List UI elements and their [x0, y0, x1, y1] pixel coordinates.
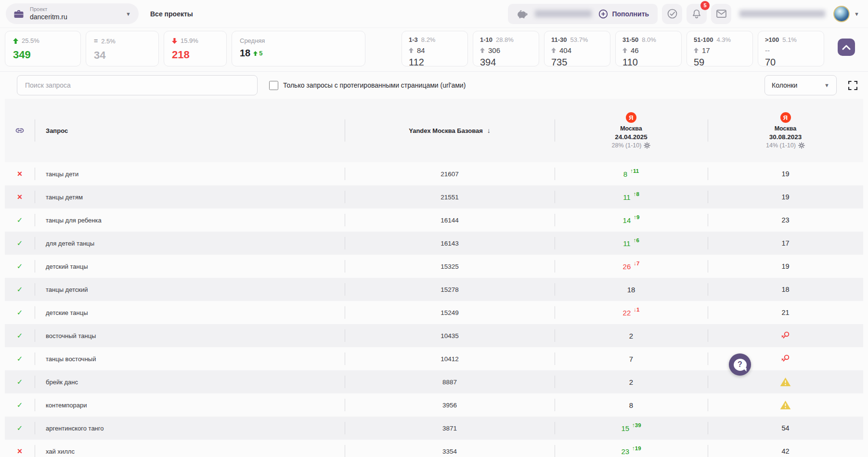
avatar[interactable]	[833, 6, 850, 22]
columns-dropdown[interactable]: Колонки ▼	[764, 75, 837, 95]
plus-circle-icon	[598, 9, 608, 19]
range-label: 1-3	[409, 36, 418, 43]
position-old-cell	[708, 393, 863, 417]
distribution-card[interactable]: >100 5.1% -- 70	[758, 31, 824, 66]
date-column-header-current[interactable]: Я Москва 24.04.2025 28% (1-10)	[555, 99, 708, 162]
distribution-card[interactable]: 1-3 8.2% 84 112	[402, 31, 468, 66]
range-delta: 404	[551, 46, 603, 54]
table-row[interactable]: × танцы дети 21607 8↑11 19	[5, 162, 863, 185]
position-old-cell: 42	[708, 440, 863, 457]
distribution-card[interactable]: 51-100 4.3% 17 59	[687, 31, 753, 66]
position-current-cell: 15↑39	[555, 417, 708, 440]
table-row[interactable]: ✓ для детей танцы 16143 11↑6 17	[5, 232, 863, 255]
summary-up-value: 349	[13, 49, 73, 61]
chevron-down-icon: ▼	[824, 82, 829, 88]
table-row[interactable]: × танцы детям 21551 11↑8 19	[5, 185, 863, 209]
position-old-cell: 19	[708, 162, 863, 185]
sort-desc-icon[interactable]: ↓	[487, 127, 491, 134]
frequency-cell: 3354	[345, 440, 555, 457]
tracked-check-icon: ✓	[5, 255, 35, 278]
query-cell: для детей танцы	[35, 232, 345, 255]
position-current-cell: 7	[555, 347, 708, 370]
all-projects-link[interactable]: Все проекты	[150, 10, 193, 18]
frequency-cell: 3871	[345, 417, 555, 440]
range-count: 110	[622, 57, 674, 68]
fullscreen-icon	[848, 81, 857, 90]
topup-button[interactable]: Пополнить	[598, 9, 649, 19]
summary-flat-value: 34	[94, 49, 151, 62]
check-circle-icon	[667, 8, 678, 19]
distribution-card[interactable]: 31-50 8.0% 46 110	[615, 31, 682, 66]
table-row[interactable]: ✓ танцы для ребенка 16144 14↑9 23	[5, 209, 863, 232]
position-current-cell: 22↓1	[555, 301, 708, 324]
query-column-header[interactable]: Запрос	[35, 99, 345, 162]
gear-icon[interactable]	[644, 142, 650, 149]
summary-card-up[interactable]: 25.5% 349	[5, 31, 81, 66]
frequency-cell: 16144	[345, 209, 555, 232]
delta-up-icon	[551, 48, 556, 53]
query-cell: хай хиллс	[35, 440, 345, 457]
balance-pill: Пополнить	[508, 4, 658, 24]
date-column-header-old[interactable]: Я Москва 30.08.2023 14% (1-10)	[708, 99, 863, 162]
scroll-top-button[interactable]	[838, 39, 855, 56]
frequency-cell: 10435	[345, 324, 555, 347]
summary-down-value: 218	[172, 49, 219, 61]
stats-cards: 25.5% 349 = 2.5% 34 15.9% 218 Средняя 18	[5, 31, 824, 66]
tagged-pages-checkbox[interactable]	[269, 81, 278, 90]
tasks-button[interactable]	[662, 4, 682, 24]
range-percent: 8.0%	[642, 36, 656, 43]
range-percent: 28.8%	[496, 36, 514, 43]
messages-button[interactable]	[711, 4, 731, 24]
distribution-card[interactable]: 1-10 28.8% 306 394	[473, 31, 539, 66]
top10-percent: 28% (1-10)	[612, 142, 642, 149]
project-name: danceritm.ru	[30, 13, 67, 22]
help-button[interactable]: ?	[729, 353, 751, 376]
position-current-cell: 23↑19	[555, 440, 708, 457]
table-row[interactable]: × хай хиллс 3354 23↑19 42	[5, 440, 863, 457]
search-input[interactable]	[17, 75, 258, 95]
tracked-check-icon: ✓	[5, 393, 35, 417]
position-warning-icon	[780, 400, 791, 410]
range-delta: 84	[409, 46, 461, 54]
table-row[interactable]: ✓ аргентинского танго 3871 15↑39 54	[5, 417, 863, 440]
chevron-up-icon	[842, 45, 851, 50]
position-old-cell: 19	[708, 185, 863, 209]
tracked-check-icon: ✓	[5, 301, 35, 324]
frequency-cell: 10412	[345, 347, 555, 370]
range-label: 11-30	[551, 36, 567, 43]
trend-up-icon	[13, 38, 18, 44]
range-delta: 46	[622, 46, 674, 54]
position-old-cell: 54	[708, 417, 863, 440]
piggy-bank-icon	[517, 9, 528, 19]
summary-card-average[interactable]: Средняя 18 5	[232, 31, 365, 66]
summary-card-flat[interactable]: = 2.5% 34	[86, 31, 159, 66]
query-cell: танцы для ребенка	[35, 209, 345, 232]
distribution-cards: 1-3 8.2% 84 112 1-10 28.8% 306 394 11-30…	[402, 31, 824, 66]
position-not-found-icon	[780, 354, 790, 364]
table-row[interactable]: ✓ детские танцы 15249 22↓1 21	[5, 301, 863, 324]
table-row[interactable]: ✓ контемпорари 3956 8	[5, 393, 863, 417]
tagged-pages-filter[interactable]: Только запросы с протегированными страни…	[269, 81, 466, 90]
date-label: 24.04.2025	[615, 133, 648, 141]
table-row[interactable]: ✓ танцы детский 15278 18 18	[5, 278, 863, 301]
fullscreen-button[interactable]	[848, 81, 857, 90]
range-label: 51-100	[694, 36, 713, 43]
table-row[interactable]: ✓ восточный танцы 10435 2	[5, 324, 863, 347]
bell-icon	[692, 9, 701, 19]
city-label: Москва	[620, 125, 642, 132]
table-row[interactable]: ✓ детский танцы 15325 26↓7 19	[5, 255, 863, 278]
base-frequency-column-header[interactable]: Yandex Москва Базовая ↓	[345, 99, 555, 162]
notifications-button[interactable]: 5	[687, 4, 707, 24]
summary-card-down[interactable]: 15.9% 218	[164, 31, 227, 66]
topbar-right: Пополнить 5 ▼	[508, 4, 859, 24]
user-menu-chevron-icon[interactable]: ▼	[854, 11, 859, 17]
range-count: 59	[694, 57, 746, 68]
tracked-check-icon: ✓	[5, 209, 35, 232]
gear-icon[interactable]	[798, 142, 805, 149]
project-selector[interactable]: Проект danceritm.ru ▼	[6, 3, 139, 24]
city-label: Москва	[775, 125, 797, 132]
link-column-header[interactable]	[5, 99, 35, 162]
distribution-card[interactable]: 11-30 53.7% 404 735	[544, 31, 610, 66]
yandex-icon: Я	[626, 112, 636, 123]
range-percent: 8.2%	[421, 36, 436, 43]
